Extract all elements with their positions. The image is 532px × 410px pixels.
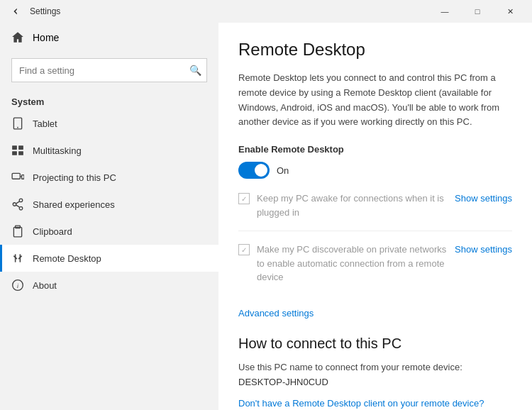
sidebar-item-label: Multitasking (33, 145, 82, 156)
sidebar-item-shared[interactable]: Shared experiences (0, 191, 218, 218)
clipboard-icon (11, 225, 24, 238)
checkbox-wrap-1: ✓ Keep my PC awake for connections when … (238, 192, 448, 219)
sidebar-item-label: Tablet (33, 118, 57, 129)
sidebar-item-about[interactable]: i About (0, 272, 218, 299)
advanced-settings-link[interactable]: Advanced settings (238, 308, 314, 318)
svg-rect-6 (12, 173, 20, 179)
minimize-button[interactable]: — (428, 0, 461, 23)
checkbox-2-label: Make my PC discoverable on private netwo… (257, 243, 448, 284)
main-layout: Home 🔍 System Tablet Multitasking (0, 23, 532, 410)
sidebar-item-label: Projecting to this PC (33, 172, 116, 183)
sidebar-item-label: About (33, 280, 57, 291)
sidebar-item-label: Clipboard (33, 226, 72, 237)
svg-point-1 (17, 127, 18, 128)
svg-line-12 (16, 201, 20, 204)
sidebar-item-tablet[interactable]: Tablet (0, 110, 218, 137)
sidebar-item-label: Shared experiences (33, 199, 115, 210)
checkbox-wrap-2: ✓ Make my PC discoverable on private net… (238, 243, 448, 284)
remote-desktop-toggle[interactable] (238, 162, 270, 179)
close-button[interactable]: ✕ (494, 0, 526, 23)
search-container: 🔍 (11, 58, 207, 82)
checkbox-1[interactable]: ✓ (238, 193, 250, 204)
svg-rect-3 (18, 145, 23, 150)
titlebar: Settings — □ ✕ (0, 0, 532, 23)
shared-icon (11, 198, 24, 211)
svg-rect-5 (18, 151, 23, 155)
tablet-icon (11, 117, 24, 130)
back-button[interactable] (6, 1, 26, 21)
content-description: Remote Desktop lets you connect to and c… (238, 71, 512, 130)
svg-rect-14 (13, 227, 21, 237)
checkbox-row-2: ✓ Make my PC discoverable on private net… (238, 243, 512, 296)
page-title: Remote Desktop (238, 40, 512, 60)
checkbox-2[interactable]: ✓ (238, 244, 250, 255)
window-controls: — □ ✕ (428, 0, 526, 23)
sidebar-item-clipboard[interactable]: Clipboard (0, 218, 218, 245)
remote-icon (11, 252, 24, 265)
svg-point-10 (13, 203, 16, 206)
maximize-button[interactable]: □ (461, 0, 494, 23)
sidebar: Home 🔍 System Tablet Multitasking (0, 23, 218, 410)
sidebar-item-projecting[interactable]: Projecting to this PC (0, 164, 218, 191)
toggle-state-label: On (277, 165, 289, 176)
sidebar-item-remote-desktop[interactable]: Remote Desktop (0, 245, 218, 272)
toggle-thumb (255, 164, 267, 177)
svg-rect-7 (22, 175, 24, 179)
sidebar-item-multitasking[interactable]: Multitasking (0, 137, 218, 164)
svg-point-9 (19, 199, 23, 202)
sidebar-item-label: Remote Desktop (33, 253, 101, 264)
search-input[interactable] (11, 58, 207, 82)
home-icon (11, 31, 24, 44)
svg-rect-4 (12, 151, 17, 155)
svg-rect-2 (12, 145, 17, 150)
content-panel: Remote Desktop Remote Desktop lets you c… (218, 23, 532, 410)
toggle-row: On (238, 162, 512, 179)
titlebar-title: Settings (30, 6, 60, 16)
connect-description: Use this PC name to connect from your re… (238, 362, 512, 372)
show-settings-link-2[interactable]: Show settings (455, 244, 512, 255)
pc-name: DESKTOP-JHN0CUD (238, 377, 512, 387)
sidebar-section-title: System (0, 91, 218, 110)
projecting-icon (11, 171, 24, 184)
svg-point-11 (19, 206, 23, 210)
sidebar-item-home[interactable]: Home (0, 23, 218, 52)
enable-label: Enable Remote Desktop (238, 144, 512, 155)
multitasking-icon (11, 144, 24, 157)
show-settings-link-1[interactable]: Show settings (455, 193, 512, 204)
svg-line-13 (16, 205, 20, 207)
svg-text:i: i (17, 282, 19, 289)
checkbox-1-label: Keep my PC awake for connections when it… (257, 192, 448, 219)
search-icon: 🔍 (189, 65, 201, 76)
settings-window: Settings — □ ✕ Home 🔍 System (0, 0, 532, 410)
checkbox-row-1: ✓ Keep my PC awake for connections when … (238, 192, 512, 231)
home-label: Home (33, 32, 59, 43)
about-icon: i (11, 279, 24, 292)
rdp-client-link[interactable]: Don't have a Remote Desktop client on yo… (238, 398, 484, 409)
connect-heading: How to connect to this PC (238, 336, 512, 352)
